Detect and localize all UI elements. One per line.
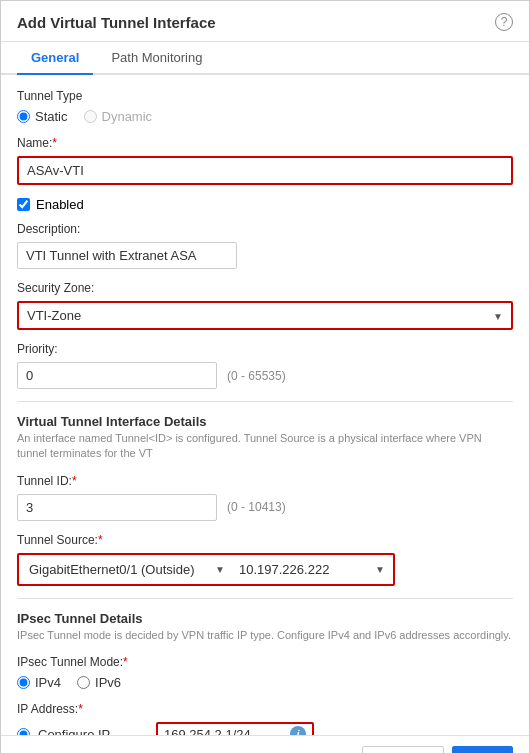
tunnel-type-static-label: Static [35, 109, 68, 124]
tunnel-id-row: (0 - 10413) [17, 494, 513, 521]
vti-details-heading: Virtual Tunnel Interface Details [17, 414, 513, 429]
tunnel-type-dynamic[interactable]: Dynamic [84, 109, 153, 124]
priority-group: Priority: (0 - 65535) [17, 342, 513, 389]
priority-input[interactable] [17, 362, 217, 389]
tunnel-source-ip-wrapper: 10.197.226.222 [231, 557, 391, 582]
tunnel-type-group: Tunnel Type Static Dynamic [17, 89, 513, 124]
ipsec-mode-ipv6-radio[interactable] [77, 676, 90, 689]
tunnel-source-group: Tunnel Source:* GigabitEthernet0/1 (Outs… [17, 533, 513, 586]
tunnel-type-dynamic-label: Dynamic [102, 109, 153, 124]
configure-ip-input[interactable] [164, 727, 284, 735]
help-icon[interactable]: ? [495, 13, 513, 31]
dialog-body: Tunnel Type Static Dynamic Name:* [1, 75, 529, 735]
dialog-title: Add Virtual Tunnel Interface [17, 14, 216, 31]
ipsec-mode-group: IPsec Tunnel Mode:* IPv4 IPv6 [17, 655, 513, 690]
description-input[interactable] [17, 242, 237, 269]
divider-2 [17, 598, 513, 599]
divider-1 [17, 401, 513, 402]
tunnel-source-label: Tunnel Source:* [17, 533, 513, 547]
ipsec-mode-label: IPsec Tunnel Mode:* [17, 655, 513, 669]
name-input-wrapper [17, 156, 513, 185]
name-group: Name:* [17, 136, 513, 185]
ip-address-group: IP Address:* Configure IP i Borrow IP (I… [17, 702, 513, 735]
add-virtual-tunnel-dialog: Add Virtual Tunnel Interface ? General P… [0, 0, 530, 753]
tunnel-type-label: Tunnel Type [17, 89, 513, 103]
ipsec-mode-radios: IPv4 IPv6 [17, 675, 513, 690]
configure-ip-input-group: i [156, 722, 314, 735]
name-input[interactable] [19, 158, 511, 183]
tunnel-source-interface-wrapper: GigabitEthernet0/1 (Outside) [21, 557, 231, 582]
tunnel-type-static[interactable]: Static [17, 109, 68, 124]
ip-address-label: IP Address:* [17, 702, 513, 716]
security-zone-label: Security Zone: [17, 281, 513, 295]
ipsec-details-desc: IPsec Tunnel mode is decided by VPN traf… [17, 628, 513, 643]
tunnel-type-radios: Static Dynamic [17, 109, 513, 124]
tab-general[interactable]: General [17, 42, 93, 75]
enabled-checkbox[interactable] [17, 198, 30, 211]
ipsec-mode-ipv4[interactable]: IPv4 [17, 675, 61, 690]
tab-bar: General Path Monitoring [1, 42, 529, 75]
tunnel-type-static-radio[interactable] [17, 110, 30, 123]
priority-label: Priority: [17, 342, 513, 356]
tunnel-type-dynamic-radio[interactable] [84, 110, 97, 123]
ipsec-details-heading: IPsec Tunnel Details [17, 611, 513, 626]
tunnel-id-group: Tunnel ID:* (0 - 10413) [17, 474, 513, 521]
tunnel-source-wrapper: GigabitEthernet0/1 (Outside) 10.197.226.… [17, 553, 395, 586]
security-zone-wrapper: VTI-Zone [17, 301, 513, 330]
ipsec-mode-ipv6[interactable]: IPv6 [77, 675, 121, 690]
configure-ip-info-icon[interactable]: i [290, 726, 306, 735]
tunnel-id-hint: (0 - 10413) [227, 500, 286, 514]
configure-ip-label: Configure IP [38, 727, 148, 735]
description-group: Description: [17, 222, 513, 269]
tunnel-id-input[interactable] [17, 494, 217, 521]
vti-details-section: Virtual Tunnel Interface Details An inte… [17, 414, 513, 462]
ok-button[interactable]: OK [452, 746, 513, 753]
configure-ip-option: Configure IP i [17, 722, 513, 735]
enabled-label: Enabled [36, 197, 84, 212]
ipsec-mode-ipv6-label: IPv6 [95, 675, 121, 690]
tunnel-source-interface-select[interactable]: GigabitEthernet0/1 (Outside) [21, 557, 231, 582]
ipsec-mode-ipv4-radio[interactable] [17, 676, 30, 689]
enabled-group: Enabled [17, 197, 513, 212]
tab-path-monitoring[interactable]: Path Monitoring [97, 42, 216, 75]
dialog-footer: Cancel OK [1, 735, 529, 753]
ipsec-mode-ipv4-label: IPv4 [35, 675, 61, 690]
ipsec-details-section: IPsec Tunnel Details IPsec Tunnel mode i… [17, 611, 513, 643]
priority-hint: (0 - 65535) [227, 369, 286, 383]
cancel-button[interactable]: Cancel [362, 746, 444, 753]
dialog-header: Add Virtual Tunnel Interface ? [1, 1, 529, 42]
description-label: Description: [17, 222, 513, 236]
tunnel-id-label: Tunnel ID:* [17, 474, 513, 488]
priority-row: (0 - 65535) [17, 362, 513, 389]
security-zone-select-wrapper: VTI-Zone [19, 303, 511, 328]
security-zone-select[interactable]: VTI-Zone [19, 303, 511, 328]
vti-details-desc: An interface named Tunnel<ID> is configu… [17, 431, 513, 462]
tunnel-source-ip-select[interactable]: 10.197.226.222 [231, 557, 391, 582]
configure-ip-radio[interactable] [17, 728, 30, 735]
security-zone-group: Security Zone: VTI-Zone [17, 281, 513, 330]
name-label: Name:* [17, 136, 513, 150]
